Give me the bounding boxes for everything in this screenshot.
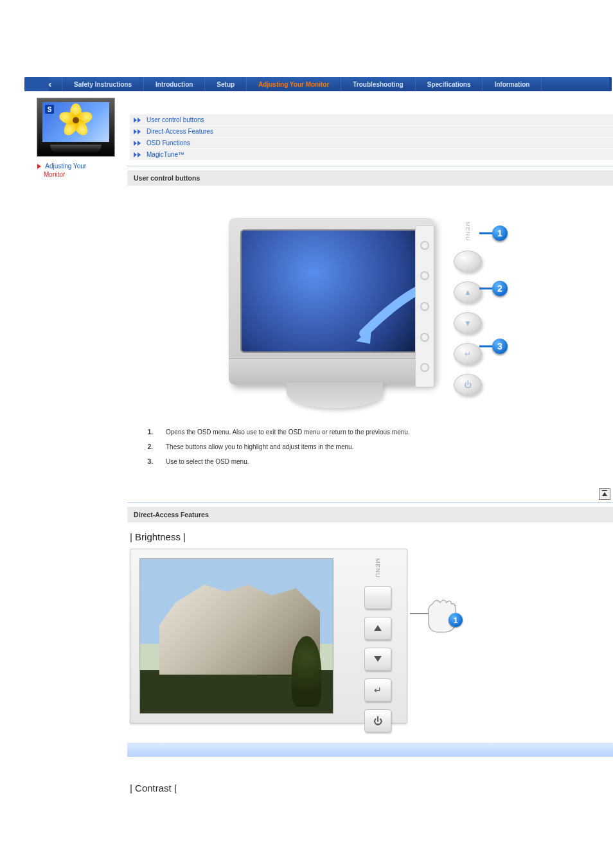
double-arrow-icon bbox=[134, 118, 141, 123]
callout-badge-3: 3 bbox=[492, 339, 508, 354]
link-osd-functions[interactable]: OSD Functions bbox=[147, 139, 190, 146]
divider-band bbox=[127, 743, 613, 757]
nav-safety[interactable]: Safety Instructions bbox=[62, 77, 144, 91]
back-to-top-button[interactable] bbox=[599, 488, 610, 500]
mini-enter-button[interactable]: ↵ bbox=[364, 678, 391, 702]
double-arrow-icon bbox=[134, 152, 141, 157]
desc-num-2: 2. bbox=[127, 443, 166, 450]
menu-button[interactable] bbox=[454, 251, 482, 272]
power-icon: ⏻ bbox=[373, 716, 382, 726]
sidebar-current-section: Adjusting Your Monitor bbox=[37, 162, 127, 179]
brightness-heading: | Brightness | bbox=[130, 531, 613, 542]
sidebar-link-monitor: Monitor bbox=[44, 171, 65, 178]
mini-down-button[interactable] bbox=[364, 648, 391, 671]
desc-num-1: 1. bbox=[127, 429, 166, 436]
callout-badge-1: 1 bbox=[492, 226, 508, 241]
enter-icon: ↵ bbox=[374, 685, 382, 695]
nav-information[interactable]: Information bbox=[483, 77, 542, 91]
menu-mini-label: MENU bbox=[375, 558, 381, 578]
sidebar: S Adjusting Your Monitor bbox=[24, 91, 127, 179]
desc-num-3: 3. bbox=[127, 458, 166, 465]
section-title-direct-access: Direct-Access Features bbox=[127, 507, 613, 522]
double-arrow-icon bbox=[134, 141, 141, 146]
brightness-callout-badge: 1 bbox=[449, 613, 463, 627]
contrast-heading: | Contrast | bbox=[130, 783, 613, 793]
enter-button[interactable]: ↵ bbox=[454, 343, 482, 365]
desc-text-1: Opens the OSD menu. Also use to exit the… bbox=[166, 429, 410, 436]
menu-label: MENU bbox=[465, 222, 471, 242]
monitor-thumbnail: S bbox=[37, 98, 115, 157]
flower-icon bbox=[61, 106, 91, 136]
monitor-illustration: MENU ▲ ▼ ↵ ⏻ 1 2 3 bbox=[190, 199, 550, 417]
nav-introduction[interactable]: Introduction bbox=[144, 77, 205, 91]
up-button[interactable]: ▲ bbox=[454, 281, 482, 303]
section-title-user-control: User control buttons bbox=[127, 170, 613, 186]
s-badge: S bbox=[45, 105, 54, 114]
mini-menu-button[interactable] bbox=[364, 586, 391, 609]
brightness-button-column: MENU ↵ ⏻ bbox=[363, 558, 393, 732]
monitor-button-column: MENU ▲ ▼ ↵ ⏻ bbox=[449, 222, 487, 396]
main-content: User control buttons Direct-Access Featu… bbox=[127, 91, 613, 800]
nav-troubleshooting[interactable]: Troubleshooting bbox=[341, 77, 415, 91]
nav-adjusting-monitor[interactable]: Adjusting Your Monitor bbox=[247, 77, 341, 91]
link-magictune[interactable]: MagicTune™ bbox=[147, 151, 184, 158]
double-arrow-icon bbox=[134, 129, 141, 134]
nav-specifications[interactable]: Specifications bbox=[416, 77, 483, 91]
anchor-link-list: User control buttons Direct-Access Featu… bbox=[130, 114, 613, 161]
top-nav: Index Safety Instructions Introduction S… bbox=[24, 77, 612, 91]
nav-setup[interactable]: Setup bbox=[205, 77, 247, 91]
arrow-right-icon bbox=[37, 164, 41, 169]
brightness-card: MENU ↵ ⏻ bbox=[130, 549, 407, 723]
triangle-down-icon bbox=[374, 656, 382, 662]
monitor-side-strip bbox=[415, 226, 434, 387]
desc-text-2: These buttons allow you to highlight and… bbox=[166, 443, 353, 450]
desc-text-3: Use to select the OSD menu. bbox=[166, 458, 249, 465]
brightness-photo bbox=[139, 558, 333, 714]
triangle-up-icon bbox=[374, 625, 382, 631]
mini-up-button[interactable] bbox=[364, 617, 391, 640]
nav-cap bbox=[609, 77, 612, 91]
nav-index[interactable]: Index bbox=[24, 77, 62, 91]
link-user-control-buttons[interactable]: User control buttons bbox=[147, 116, 204, 123]
power-button[interactable]: ⏻ bbox=[454, 374, 482, 396]
button-descriptions: 1. Opens the OSD menu. Also use to exit … bbox=[127, 425, 613, 469]
sidebar-link-adjusting[interactable]: Adjusting Your bbox=[45, 163, 86, 170]
callout-badge-2: 2 bbox=[492, 281, 508, 296]
link-direct-access-features[interactable]: Direct-Access Features bbox=[147, 128, 213, 135]
arrow-up-icon bbox=[602, 492, 607, 496]
mini-power-button[interactable]: ⏻ bbox=[364, 709, 391, 732]
down-button[interactable]: ▼ bbox=[454, 312, 482, 334]
